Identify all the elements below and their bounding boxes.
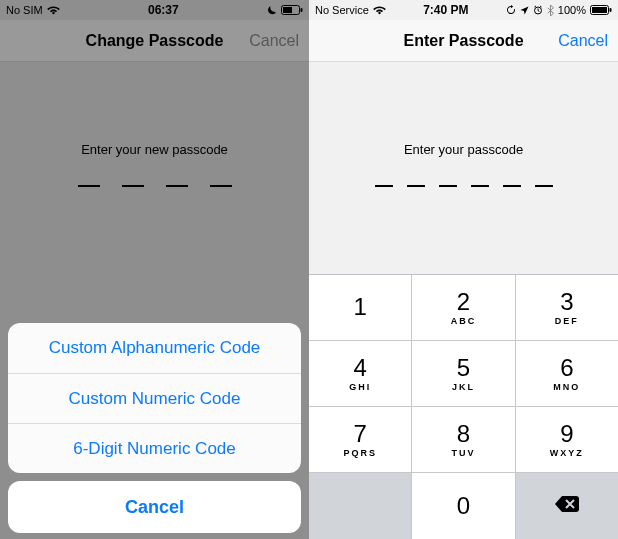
key-letters: GHI xyxy=(349,382,371,392)
key-digit: 8 xyxy=(457,422,470,446)
numeric-keypad: 1 2ABC 3DEF 4GHI 5JKL 6MNO 7PQRS 8TUV 9W… xyxy=(309,274,618,539)
location-icon xyxy=(520,6,529,15)
key-0[interactable]: 0 xyxy=(412,473,515,539)
key-letters: MNO xyxy=(553,382,580,392)
key-blank xyxy=(309,473,412,539)
key-1[interactable]: 1 xyxy=(309,275,412,341)
key-4[interactable]: 4GHI xyxy=(309,341,412,407)
key-digit: 6 xyxy=(560,356,573,380)
page-title: Enter Passcode xyxy=(403,32,523,50)
key-2[interactable]: 2ABC xyxy=(412,275,515,341)
bluetooth-icon xyxy=(547,5,554,16)
key-7[interactable]: 7PQRS xyxy=(309,407,412,473)
key-digit: 5 xyxy=(457,356,470,380)
status-time: 7:40 PM xyxy=(423,3,468,17)
key-digit: 3 xyxy=(560,290,573,314)
option-custom-numeric[interactable]: Custom Numeric Code xyxy=(8,373,301,423)
content-area: Enter your passcode xyxy=(309,62,618,187)
key-letters: TUV xyxy=(451,448,475,458)
key-digit: 7 xyxy=(353,422,366,446)
passcode-dash xyxy=(439,185,457,187)
battery-pct: 100% xyxy=(558,4,586,16)
screen-enter-passcode: No Service 7:40 PM 100% xyxy=(309,0,618,539)
key-letters: JKL xyxy=(452,382,475,392)
carrier-label: No Service xyxy=(315,4,369,16)
key-3[interactable]: 3DEF xyxy=(516,275,618,341)
backspace-icon xyxy=(554,495,580,517)
key-letters: DEF xyxy=(555,316,579,326)
passcode-dash xyxy=(535,185,553,187)
key-letters: PQRS xyxy=(343,448,377,458)
key-letters: ABC xyxy=(451,316,477,326)
key-letters: WXYZ xyxy=(550,448,584,458)
key-delete[interactable] xyxy=(516,473,618,539)
prompt-label: Enter your passcode xyxy=(309,142,618,157)
option-custom-alphanumeric[interactable]: Custom Alphanumeric Code xyxy=(8,323,301,373)
option-6-digit-numeric[interactable]: 6-Digit Numeric Code xyxy=(8,423,301,473)
key-6[interactable]: 6MNO xyxy=(516,341,618,407)
cancel-button[interactable]: Cancel xyxy=(558,32,608,50)
screen-change-passcode: No SIM 06:37 Change Passcode Cancel Ente… xyxy=(0,0,309,539)
key-digit: 4 xyxy=(353,356,366,380)
key-9[interactable]: 9WXYZ xyxy=(516,407,618,473)
status-bar: No Service 7:40 PM 100% xyxy=(309,0,618,20)
passcode-dash xyxy=(375,185,393,187)
passcode-dash xyxy=(503,185,521,187)
alarm-icon xyxy=(533,5,543,15)
nav-bar: Enter Passcode Cancel xyxy=(309,20,618,62)
key-5[interactable]: 5JKL xyxy=(412,341,515,407)
action-sheet-cancel[interactable]: Cancel xyxy=(8,481,301,533)
battery-icon xyxy=(590,5,612,15)
svg-rect-6 xyxy=(609,8,611,12)
key-8[interactable]: 8TUV xyxy=(412,407,515,473)
passcode-dash xyxy=(407,185,425,187)
key-digit: 9 xyxy=(560,422,573,446)
key-digit: 1 xyxy=(353,295,366,319)
passcode-dash xyxy=(471,185,489,187)
passcode-dashes xyxy=(309,185,618,187)
key-digit: 0 xyxy=(457,494,470,518)
action-sheet-options: Custom Alphanumeric Code Custom Numeric … xyxy=(8,323,301,473)
svg-rect-5 xyxy=(592,7,607,13)
wifi-icon xyxy=(373,5,386,15)
refresh-icon xyxy=(506,5,516,15)
key-digit: 2 xyxy=(457,290,470,314)
action-sheet: Custom Alphanumeric Code Custom Numeric … xyxy=(8,323,301,533)
